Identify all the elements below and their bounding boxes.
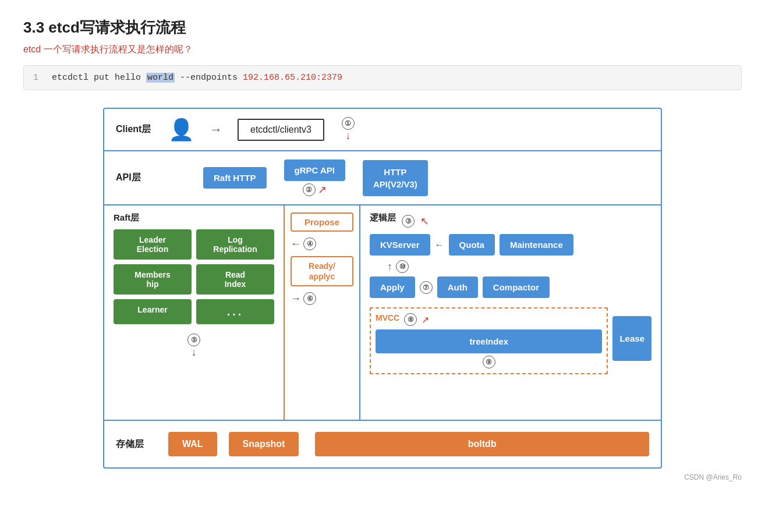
grpc-api-box: gRPC API [284, 159, 345, 181]
api-row: API层 Raft HTTP gRPC API ② ↗ HTTPAPI(V2/V… [104, 151, 661, 205]
membership-box: Membership [114, 264, 192, 295]
leader-election-box: LeaderElection [114, 229, 192, 260]
apply-box: Apply [370, 276, 415, 298]
treeindex-box: treeIndex [376, 329, 602, 353]
logic-label: 逻辑层 [370, 212, 396, 224]
logic-row-2: Apply ⑦ Auth Compactor [370, 276, 651, 298]
etcdctl-box: etcdctl/clientv3 [238, 119, 324, 141]
number-3: ③ [402, 215, 415, 228]
code-block: 1 etcdctl put hello world --endpoints 19… [23, 65, 742, 90]
storage-label: 存储层 [116, 438, 157, 451]
number-9: ⑨ [483, 356, 495, 368]
person-icon: 👤 [168, 118, 194, 142]
number-7: ⑦ [420, 281, 433, 294]
raft-label: Raft层 [114, 212, 274, 224]
http-api-box: HTTPAPI(V2/V3) [363, 160, 428, 196]
quota-box: Quota [449, 234, 495, 256]
ready-box: Ready/applyc [291, 256, 353, 286]
mvcc-label: MVCC [376, 313, 399, 322]
propose-box: Propose [291, 212, 353, 232]
api-label: API层 [116, 172, 157, 184]
number-2: ② [303, 183, 316, 196]
boltdb-box: boltdb [315, 432, 649, 456]
number-6: ⑥ [303, 292, 316, 305]
learner-box: Learner [114, 299, 192, 324]
client-label: Client层 [116, 123, 157, 136]
maintenance-box: Maintenance [500, 234, 573, 256]
snapshot-box: Snapshot [229, 432, 299, 456]
number-10: ⑩ [396, 260, 409, 273]
code-content: etcdctl put hello world --endpoints 192.… [52, 73, 342, 83]
raft-grid: LeaderElection LogReplication Membership… [114, 229, 274, 324]
down-arrow-1: ↓ [345, 130, 350, 142]
number-8: ⑧ [404, 313, 417, 326]
more-box: ... [196, 299, 274, 324]
main-row: Raft层 LeaderElection LogReplication Memb… [104, 205, 661, 421]
middle-section: Propose ← ④ Ready/applyc → ⑥ [285, 205, 360, 420]
client-row: Client层 👤 → etcdctl/clientv3 ① ↓ [104, 109, 661, 151]
raft-section: Raft层 LeaderElection LogReplication Memb… [104, 205, 285, 420]
kvserver-box: KVServer [370, 234, 430, 256]
auth-box: Auth [437, 276, 478, 298]
right-arrow-icon: → [210, 122, 222, 137]
architecture-diagram: Client层 👤 → etcdctl/clientv3 ① ↓ API层 Ra… [103, 108, 662, 469]
log-replication-box: LogReplication [196, 229, 274, 260]
logic-section: 逻辑层 ③ ↖ KVServer ← Quota Maintenance ↑ ⑩… [360, 205, 661, 420]
read-index-box: ReadIndex [196, 264, 274, 295]
mvcc-dashed-area: MVCC ⑧ ↗ treeIndex ⑨ [370, 307, 608, 374]
number-1: ① [342, 117, 355, 130]
page-title: 3.3 etcd写请求执行流程 [23, 17, 742, 38]
code-line-number: 1 [33, 73, 42, 83]
storage-row: 存储层 WAL Snapshot boltdb [104, 421, 661, 467]
subtitle: etcd 一个写请求执行流程又是怎样的呢？ [23, 44, 742, 56]
wal-box: WAL [168, 432, 217, 456]
compactor-box: Compactor [483, 276, 550, 298]
lease-box: Lease [612, 316, 651, 361]
watermark: CSDN @Aries_Ro [23, 473, 742, 481]
raft-http-box: Raft HTTP [203, 167, 267, 189]
number-4: ④ [303, 237, 316, 250]
number-5: ⑤ [187, 334, 200, 346]
logic-row-1: KVServer ← Quota Maintenance [370, 234, 651, 256]
